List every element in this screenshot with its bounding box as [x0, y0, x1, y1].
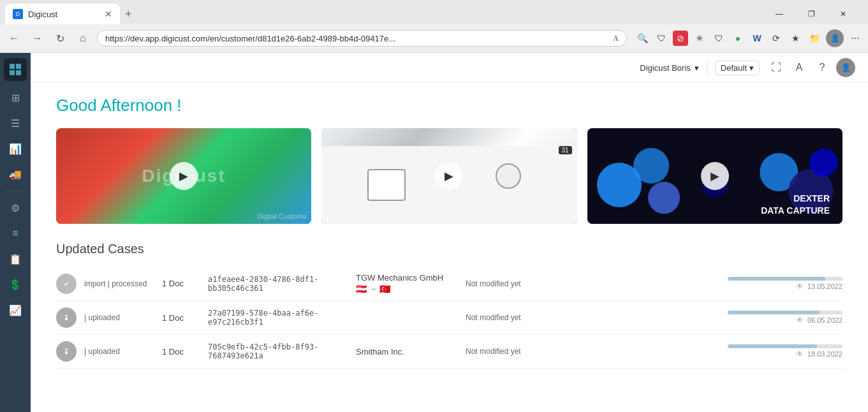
- close-button[interactable]: ✕: [828, 4, 858, 24]
- case-modified-1: Not modified yet: [466, 279, 555, 288]
- documents-icon: 📋: [9, 253, 22, 265]
- sidebar-item-finance[interactable]: 💲: [4, 273, 27, 296]
- more-button[interactable]: ⋯: [848, 31, 863, 46]
- trends-icon: 📈: [9, 304, 22, 316]
- default-chevron: ▾: [749, 63, 754, 73]
- new-tab-button[interactable]: +: [120, 8, 137, 21]
- case-progress-fill-3: [728, 344, 817, 348]
- svg-rect-17: [64, 350, 69, 351]
- user-menu[interactable]: Digicust Boris ▾: [640, 63, 698, 73]
- video-card-1[interactable]: D Digicust Imagevideo - Wir digitalisier…: [56, 128, 311, 224]
- content-area: Digicust Boris ▾ Default ▾ ⛶ A ? 👤 Good …: [31, 53, 868, 412]
- sidebar-item-trends[interactable]: 📈: [4, 298, 27, 321]
- main-layout: ⊞ ☰ 📊 🚚 ⚙ ≡ 📋 💲 📈 Dig: [0, 53, 868, 412]
- extension2-icon[interactable]: 🛡: [711, 31, 726, 46]
- case-row[interactable]: import | processed 1 Doc a1feaee4-2830-4…: [56, 267, 842, 301]
- browser-toolbar: 🔍 🛡 ⊘ ✳ 🛡 ● W ⟳ ★ 📁 👤 ⋯: [635, 29, 863, 47]
- eye-icon-3: 👁: [796, 349, 804, 358]
- case-modified-3: Not modified yet: [466, 347, 555, 356]
- account-avatar[interactable]: 👤: [836, 58, 855, 77]
- case-id-2: 27a07199-578e-4baa-af6e-e97c216cb3f1: [208, 309, 348, 327]
- sidebar-logo: [4, 58, 27, 81]
- top-bar-divider: [707, 61, 707, 74]
- svg-point-5: [633, 148, 669, 184]
- active-tab[interactable]: D Digicust ✕: [5, 4, 120, 24]
- video-play-button-1[interactable]: ▶: [170, 162, 198, 190]
- sidebar-item-products[interactable]: ⚙: [4, 196, 27, 219]
- user-avatar[interactable]: 👤: [826, 29, 844, 47]
- case-modified-2: Not modified yet: [466, 313, 555, 322]
- flag-tr: 🇹🇷: [379, 284, 390, 294]
- case-date-1: 13.05.2022: [807, 283, 842, 290]
- translate-button[interactable]: A: [790, 59, 808, 77]
- dashboard-icon: ⊞: [11, 92, 20, 104]
- minimize-button[interactable]: —: [765, 4, 794, 24]
- updated-cases-section: Updated Cases import | processed 1 Doc a…: [56, 242, 842, 369]
- tariff-icon: ≡: [12, 228, 18, 239]
- case-icon-2: [56, 307, 77, 328]
- truck-icon: 🚚: [9, 168, 22, 180]
- shield-icon[interactable]: 🛡: [654, 31, 669, 46]
- fullscreen-button[interactable]: ⛶: [767, 59, 785, 77]
- sidebar-item-documents[interactable]: 📋: [4, 247, 27, 270]
- svg-rect-14: [64, 316, 69, 318]
- video-play-button-3[interactable]: ▶: [701, 162, 729, 190]
- top-bar-actions: ⛶ A ? 👤: [767, 58, 855, 77]
- extension3-icon[interactable]: ●: [730, 31, 746, 46]
- maximize-button[interactable]: ❐: [797, 4, 826, 24]
- home-button[interactable]: ⌂: [74, 29, 92, 47]
- company-name-3: Smitham Inc.: [356, 347, 458, 357]
- eye-icon-2: 👁: [796, 316, 804, 325]
- case-status-3: | uploaded: [84, 347, 154, 356]
- case-icon-3: [56, 341, 77, 362]
- case-progress-bar-3: [728, 344, 842, 348]
- video-thumb-3: DEXTERDATA CAPTURE ▶: [587, 128, 842, 224]
- svg-rect-3: [16, 70, 21, 75]
- default-label: Default: [721, 63, 747, 73]
- case-company-1: TGW Mechanics GmbH 🇦🇹 → 🇹🇷: [356, 273, 458, 294]
- refresh-icon[interactable]: ⟳: [769, 31, 784, 46]
- case-right-1: 👁 13.05.2022: [715, 277, 842, 291]
- section-title: Updated Cases: [56, 242, 842, 256]
- case-row[interactable]: | uploaded 1 Doc 705c9efb-42c5-4fbb-8f93…: [56, 335, 842, 369]
- case-flags-1: 🇦🇹 → 🇹🇷: [356, 284, 458, 294]
- tab-close-button[interactable]: ✕: [105, 9, 112, 19]
- sidebar-item-shipments[interactable]: 🚚: [4, 163, 27, 186]
- extension1-icon[interactable]: ✳: [692, 31, 707, 46]
- case-date-3: 18.03.2022: [807, 350, 842, 358]
- video-card-2[interactable]: D Dexter Data Capture - Deep Learning Sy…: [321, 128, 577, 224]
- flag-at: 🇦🇹: [356, 284, 367, 294]
- case-progress-bar-2: [728, 311, 842, 314]
- video-card-3[interactable]: D Create 100 Customs Cases at once wit..…: [587, 128, 842, 224]
- forward-button[interactable]: →: [28, 29, 46, 47]
- back-button[interactable]: ←: [5, 29, 23, 47]
- sidebar-item-analytics[interactable]: 📊: [4, 137, 27, 160]
- case-progress-bar-1: [728, 277, 842, 281]
- sidebar-item-cases[interactable]: ☰: [4, 112, 27, 135]
- reload-button[interactable]: ↻: [51, 29, 69, 47]
- case-progress-fill-1: [728, 277, 825, 281]
- favorites-icon[interactable]: ★: [788, 31, 803, 46]
- sidebar-item-tariff[interactable]: ≡: [4, 222, 27, 245]
- case-docs-3: 1 Doc: [162, 347, 200, 357]
- case-id-3: 705c9efb-42c5-4fbb-8f93-7687493e621a: [208, 342, 348, 360]
- user-name: Digicust Boris: [640, 63, 690, 73]
- zoom-icon[interactable]: 🔍: [635, 31, 650, 46]
- svg-rect-1: [16, 64, 21, 69]
- url-box[interactable]: https://dev.app.digicust.com/en/customer…: [97, 30, 627, 47]
- block-icon[interactable]: ⊘: [673, 31, 688, 46]
- video-badge-2: 31: [559, 146, 572, 154]
- default-selector[interactable]: Default ▾: [715, 61, 760, 75]
- svg-point-6: [648, 182, 680, 214]
- help-button[interactable]: ?: [813, 59, 831, 77]
- svg-rect-2: [10, 70, 15, 75]
- case-row[interactable]: | uploaded 1 Doc 27a07199-578e-4baa-af6e…: [56, 301, 842, 335]
- collections-icon[interactable]: 📁: [807, 31, 822, 46]
- case-right-2: 👁 06.05.2022: [715, 311, 842, 325]
- browser-chrome: D Digicust ✕ + — ❐ ✕ ← → ↻ ⌂ https://dev…: [0, 0, 868, 53]
- tab-bar: D Digicust ✕ + — ❐ ✕: [0, 0, 868, 24]
- address-bar: ← → ↻ ⌂ https://dev.app.digicust.com/en/…: [0, 24, 868, 52]
- word-icon[interactable]: W: [749, 31, 765, 46]
- sidebar-item-dashboard[interactable]: ⊞: [4, 86, 27, 109]
- eye-icon-1: 👁: [796, 282, 804, 291]
